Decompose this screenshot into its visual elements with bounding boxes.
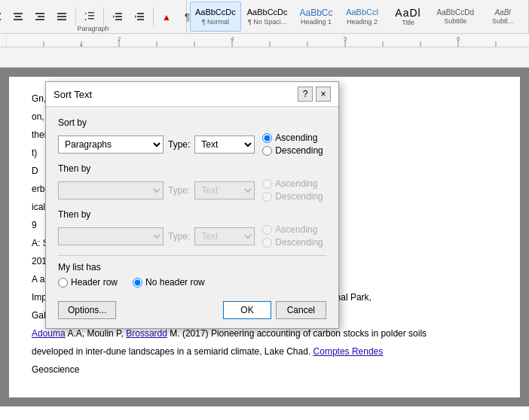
header-row-label[interactable]: Header row (58, 277, 118, 288)
descending-text-1: Descending (275, 145, 323, 156)
header-row-radio[interactable] (58, 278, 68, 288)
ascending-text-2: Ascending (275, 178, 317, 189)
sort-text-dialog: Sort Text ? × Sort by Paragraphs Field 2… (45, 81, 339, 329)
then-by-label-1: Then by (58, 163, 326, 174)
type-select-1[interactable]: Text Number Date (194, 135, 255, 154)
mylist-section: My list has Header row No header row (58, 262, 326, 288)
then-by-row-2: Type: Text Ascending Descending (58, 224, 326, 248)
descending-label-3: Descending (262, 237, 323, 248)
no-header-row-label[interactable]: No header row (133, 277, 205, 288)
then-by-label-2: Then by (58, 209, 326, 220)
then-by-select-1[interactable] (58, 181, 164, 199)
dialog-help-button[interactable]: ? (298, 87, 313, 102)
ascending-radio-2 (262, 179, 272, 189)
type-label-3: Type: (168, 231, 190, 242)
descending-label-1[interactable]: Descending (262, 145, 323, 156)
type-label-2: Type: (168, 185, 190, 196)
sort-direction-group-2: Ascending Descending (262, 178, 323, 202)
ascending-text-3: Ascending (275, 224, 317, 235)
dialog-body: Sort by Paragraphs Field 2 Field 3 Type:… (46, 107, 338, 295)
then-by-row-1: Type: Text Ascending Descending (58, 178, 326, 202)
ascending-label-3: Ascending (262, 224, 323, 235)
dialog-close-button[interactable]: × (316, 87, 331, 102)
cancel-button[interactable]: Cancel (276, 301, 326, 319)
ok-button[interactable]: OK (223, 301, 271, 319)
descending-text-3: Descending (275, 237, 323, 248)
sort-direction-group-1: Ascending Descending (262, 132, 323, 156)
mylist-label: My list has (58, 262, 326, 272)
descending-label-2: Descending (262, 191, 323, 202)
ascending-text-1: Ascending (275, 132, 317, 143)
dialog-controls: ? × (298, 87, 331, 102)
sort-direction-group-3: Ascending Descending (262, 224, 323, 248)
type-select-2[interactable]: Text (194, 181, 255, 199)
no-header-row-radio[interactable] (133, 278, 142, 288)
ascending-radio-1[interactable] (262, 133, 272, 143)
descending-radio-1[interactable] (262, 146, 272, 156)
sort-by-row: Paragraphs Field 2 Field 3 Type: Text Nu… (58, 132, 326, 156)
descending-radio-2 (262, 192, 272, 202)
descending-radio-3 (262, 238, 272, 248)
options-button[interactable]: Options... (58, 301, 116, 319)
header-row-text: Header row (71, 277, 118, 288)
dialog-titlebar[interactable]: Sort Text ? × (46, 82, 338, 107)
type-select-3[interactable]: Text (194, 227, 255, 245)
type-label-1: Type: (168, 139, 190, 150)
dialog-overlay: Sort Text ? × Sort by Paragraphs Field 2… (0, 0, 529, 420)
ok-cancel-group: OK Cancel (223, 301, 326, 319)
dialog-footer: Options... OK Cancel (46, 295, 338, 328)
ascending-label-2: Ascending (262, 178, 323, 189)
mylist-radios: Header row No header row (58, 277, 326, 288)
ascending-label-1[interactable]: Ascending (262, 132, 323, 143)
sort-by-label: Sort by (58, 117, 326, 128)
sort-by-select[interactable]: Paragraphs Field 2 Field 3 (58, 135, 164, 154)
dialog-divider (58, 255, 326, 256)
no-header-row-text: No header row (145, 277, 205, 288)
descending-text-2: Descending (275, 191, 323, 202)
then-by-select-2[interactable] (58, 227, 164, 245)
dialog-title: Sort Text (54, 89, 92, 100)
ascending-radio-3 (262, 225, 272, 235)
